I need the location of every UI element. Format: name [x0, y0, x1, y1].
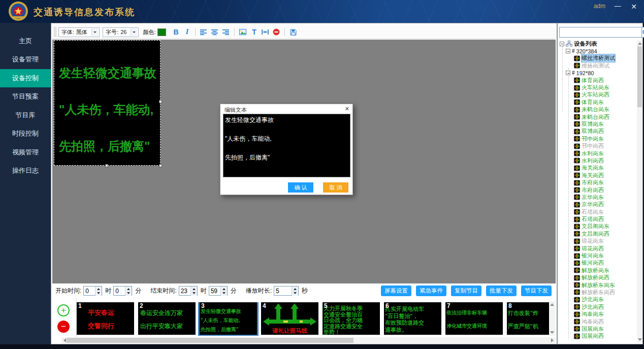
scroll-down-icon[interactable]: [637, 337, 643, 343]
tree-device[interactable]: 银河岗西: [559, 260, 636, 267]
resize-handle[interactable]: [159, 100, 162, 103]
sidebar-item[interactable]: 视频管理: [0, 143, 51, 162]
tree-device[interactable]: 沙北岗东: [559, 296, 636, 303]
search-icon[interactable]: [642, 27, 644, 38]
align-center-icon[interactable]: [210, 27, 219, 37]
end-minute-input[interactable]: [209, 287, 220, 295]
close-icon[interactable]: ✕: [345, 106, 349, 112]
tree-device[interactable]: 火车站岗西: [559, 91, 636, 99]
delete-icon[interactable]: [272, 27, 281, 37]
tree-device[interactable]: 火车站岗东: [559, 84, 636, 91]
tree-device[interactable]: 银河岗东: [559, 252, 636, 259]
tree-device[interactable]: 琼花岗东: [559, 238, 636, 245]
spinner-down-icon[interactable]: [95, 291, 102, 296]
action-button[interactable]: 节目下发: [521, 285, 552, 296]
tree-expand-icon[interactable]: [566, 49, 570, 53]
playlist-item[interactable]: 3发生轻微交通事故"人未伤，车能动,先拍照，后撤离": [200, 302, 257, 335]
led-preview[interactable]: 发生轻微交通事故"人未伤，车能动,先拍照，后撤离": [54, 40, 160, 166]
end-hour-stepper[interactable]: [179, 286, 198, 296]
tree-device[interactable]: 文昌阁岗东: [559, 223, 636, 230]
tree-device[interactable]: 双博岗东: [559, 120, 636, 128]
tree-device[interactable]: 解放桥岗东: [559, 267, 636, 274]
cancel-button[interactable]: 取 消: [323, 182, 348, 193]
playlist-item[interactable]: 2春运安全连万家出行平安靠大家: [138, 302, 196, 335]
tree-device[interactable]: 文昌阁岗西: [559, 230, 636, 237]
tree-device[interactable]: 海关岗东: [559, 165, 636, 172]
resize-handle[interactable]: [105, 164, 108, 167]
playlist-item[interactable]: 4请礼让斑马线: [261, 302, 318, 335]
vertical-scrollbar[interactable]: [549, 301, 556, 336]
duration-input[interactable]: [274, 287, 292, 295]
font-size-select[interactable]: 字号: 26: [103, 27, 139, 37]
action-button[interactable]: 复制节目: [451, 285, 481, 296]
playlist-item[interactable]: 5大力开展秋冬季交通安全整治百日会战，全力稳定道路交通安全形势！: [323, 302, 380, 335]
tree-expand-icon[interactable]: [560, 42, 564, 46]
tree-group[interactable]: #192*80: [559, 70, 636, 77]
scroll-up-icon[interactable]: [549, 301, 555, 307]
spinner-down-icon[interactable]: [191, 291, 197, 296]
tree-device[interactable]: 琼花岗西: [559, 245, 636, 252]
sidebar-item[interactable]: 主页: [0, 32, 51, 50]
spinner-up-icon[interactable]: [292, 287, 298, 291]
color-swatch[interactable]: [157, 28, 166, 36]
insert-image-icon[interactable]: [238, 27, 247, 37]
align-right-icon[interactable]: [221, 27, 231, 37]
tree-device[interactable]: 解放桥东岗西: [559, 289, 636, 296]
action-button[interactable]: 批量下发: [486, 285, 517, 296]
tree-device[interactable]: 来鹤台岗东: [559, 106, 636, 113]
start-minute-input[interactable]: [114, 287, 125, 295]
insert-text-icon[interactable]: T: [249, 27, 259, 37]
sidebar-item[interactable]: 节目预案: [0, 87, 51, 106]
chevron-down-icon[interactable]: [131, 28, 137, 36]
playlist-item[interactable]: 7依法治理非标车辆净化城市交通环境: [445, 302, 503, 335]
minimize-icon[interactable]: —: [611, 1, 624, 12]
tree-scrollbar[interactable]: [637, 40, 642, 343]
spinner-down-icon[interactable]: [125, 291, 132, 296]
tree-device[interactable]: 国展岗西: [559, 333, 636, 340]
tree-device[interactable]: 水利岗东: [559, 150, 636, 157]
dialog-textarea[interactable]: [223, 114, 350, 177]
font-family-select[interactable]: 字体: 黑体: [58, 27, 100, 37]
marquee-icon[interactable]: [261, 27, 270, 37]
tree-device[interactable]: 维扬岗测试: [559, 62, 636, 69]
scroll-right-icon[interactable]: [550, 337, 556, 343]
spinner-up-icon[interactable]: [95, 287, 102, 291]
tree-device[interactable]: 邗中岗西: [559, 142, 636, 149]
spinner-up-icon[interactable]: [125, 287, 132, 291]
tree-device[interactable]: 解放桥东岗东: [559, 281, 636, 289]
remove-item-button[interactable]: −: [57, 321, 70, 333]
device-search-input[interactable]: [559, 27, 642, 38]
tree-device[interactable]: 体育岗西: [559, 77, 636, 84]
add-item-button[interactable]: +: [57, 304, 70, 316]
tree-device[interactable]: 来鹤台岗西: [559, 113, 636, 120]
tree-device[interactable]: 体育岗东: [559, 99, 636, 106]
tree-device[interactable]: 鸿泰岗东: [559, 310, 636, 318]
action-button[interactable]: 紧急事件: [416, 285, 446, 296]
sidebar-item[interactable]: 操作日志: [0, 162, 51, 180]
playlist-item[interactable]: 6扎实开展电动车"百日整治"，有效预防道路交通事故。: [384, 302, 441, 335]
sidebar-item[interactable]: 设备管理: [0, 50, 51, 69]
tree-group[interactable]: #320*384: [559, 47, 636, 54]
scrollbar-thumb[interactable]: [637, 46, 642, 107]
spinner-down-icon[interactable]: [221, 291, 227, 296]
action-button[interactable]: 屏幕设置: [381, 285, 411, 296]
tree-device[interactable]: 京华岗东: [559, 194, 636, 201]
tree-device[interactable]: 解放桥岗西: [559, 274, 636, 281]
tree-device[interactable]: 水利岗西: [559, 157, 636, 164]
tree-device[interactable]: 石塔岗东: [559, 208, 636, 215]
chevron-down-icon[interactable]: [91, 28, 98, 36]
tree-device[interactable]: 双博岗西: [559, 128, 636, 135]
playlist-item[interactable]: 1平安春运交警同行: [77, 302, 134, 335]
scrollbar-thumb[interactable]: [67, 338, 353, 343]
close-icon[interactable]: ✕: [628, 1, 640, 12]
tree-device[interactable]: 海关岗西: [559, 172, 636, 179]
tree-device[interactable]: 石塔岗西: [559, 215, 636, 223]
spinner-up-icon[interactable]: [221, 287, 227, 291]
tree-device[interactable]: 市府岗东: [559, 179, 636, 186]
tree-device[interactable]: 鸿泰岗西: [559, 318, 636, 325]
tree-device[interactable]: 邗中岗东: [559, 135, 636, 142]
scroll-down-icon[interactable]: [549, 330, 555, 336]
save-icon[interactable]: [288, 27, 298, 37]
horizontal-scrollbar[interactable]: [61, 337, 556, 343]
tree-device[interactable]: 京华岗西: [559, 201, 636, 208]
